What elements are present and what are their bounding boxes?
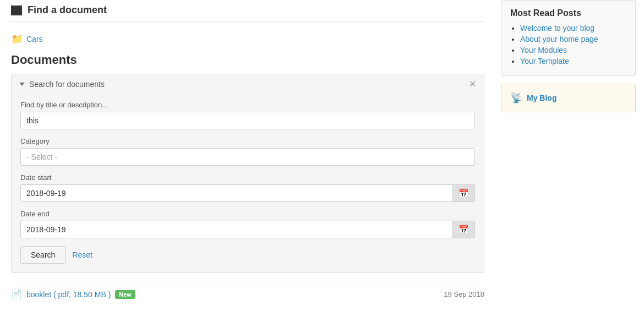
close-icon[interactable]: ✕: [469, 80, 476, 89]
search-panel-header[interactable]: Search for documents ✕: [12, 74, 484, 94]
date-start-input-group: 📅: [20, 184, 475, 202]
search-panel: Search for documents ✕ Find by title or …: [11, 74, 484, 273]
list-item: Welcome to your blog: [520, 24, 626, 32]
page-header-title: Find a document: [28, 4, 107, 16]
search-panel-label: Search for documents: [29, 80, 105, 89]
date-end-input[interactable]: [20, 221, 453, 238]
find-label: Find by title or description...: [20, 101, 475, 109]
calendar-icon: 📅: [459, 188, 469, 198]
doc-left: 📄 booklet ( pdf, 18.50 MB ) New: [11, 289, 135, 299]
breadcrumb: 📁 Cars: [11, 29, 484, 50]
search-panel-body: Find by title or description... Category…: [12, 94, 484, 272]
list-item: Your Modules: [520, 46, 626, 54]
date-end-input-group: 📅: [20, 221, 475, 238]
document-icon: 📄: [11, 289, 22, 299]
most-read-posts-box: Most Read Posts Welcome to your blog Abo…: [501, 0, 636, 76]
my-blog-box: 📡 My Blog: [501, 84, 636, 112]
date-end-group: Date end 📅: [20, 210, 475, 238]
sidebar: Most Read Posts Welcome to your blog Abo…: [495, 0, 644, 322]
find-document-icon: [11, 6, 22, 15]
list-item: Your Template: [520, 57, 626, 66]
reset-button[interactable]: Reset: [72, 250, 92, 259]
date-start-label: Date start: [20, 173, 475, 182]
search-buttons-row: Search Reset: [20, 246, 475, 264]
category-select[interactable]: - Select -: [20, 148, 475, 166]
rss-icon: 📡: [510, 92, 522, 104]
breadcrumb-link[interactable]: Cars: [26, 35, 43, 43]
most-read-link-2[interactable]: About your home page: [520, 35, 598, 43]
most-read-title: Most Read Posts: [510, 8, 626, 18]
find-by-title-group: Find by title or description...: [20, 101, 475, 129]
most-read-link-4[interactable]: Your Template: [520, 57, 569, 66]
doc-date: 19 Sep 2018: [444, 290, 484, 298]
search-panel-title: Search for documents: [19, 80, 105, 89]
date-end-calendar-button[interactable]: 📅: [453, 221, 475, 238]
list-item: About your home page: [520, 35, 626, 43]
date-end-label: Date end: [20, 210, 475, 218]
date-start-calendar-button[interactable]: 📅: [453, 184, 475, 202]
date-start-group: Date start 📅: [20, 173, 475, 202]
category-group: Category - Select -: [20, 137, 475, 166]
folder-icon: 📁: [11, 33, 23, 45]
doc-badge-new: New: [115, 290, 135, 299]
calendar-icon: 📅: [459, 225, 469, 234]
doc-link[interactable]: booklet ( pdf, 18.50 MB ): [26, 290, 111, 299]
category-label: Category: [20, 137, 475, 145]
date-start-input[interactable]: [20, 184, 453, 202]
page-header: Find a document: [11, 0, 484, 22]
documents-heading: Documents: [11, 53, 484, 67]
most-read-list: Welcome to your blog About your home pag…: [510, 24, 626, 66]
chevron-down-icon: [19, 83, 25, 86]
document-item: 📄 booklet ( pdf, 18.50 MB ) New 19 Sep 2…: [11, 282, 484, 306]
blog-link[interactable]: My Blog: [527, 94, 556, 102]
most-read-link-3[interactable]: Your Modules: [520, 46, 567, 54]
find-input[interactable]: [20, 112, 475, 129]
most-read-link-1[interactable]: Welcome to your blog: [520, 24, 594, 32]
search-button[interactable]: Search: [20, 246, 66, 264]
